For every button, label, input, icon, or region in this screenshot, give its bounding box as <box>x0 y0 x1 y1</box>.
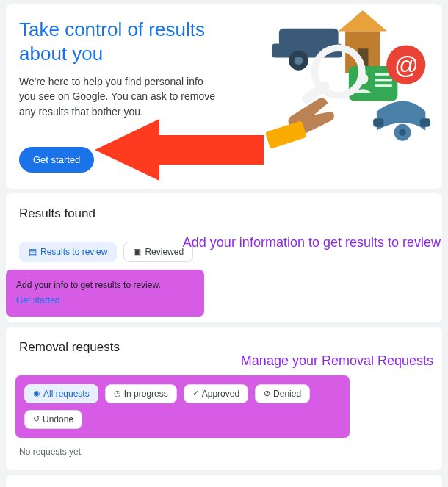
clock-icon: ◷ <box>114 389 121 398</box>
archive-icon: ▣ <box>133 248 141 256</box>
list-icon: ▤ <box>29 248 37 256</box>
hero-title: Take control of results about you <box>19 18 210 65</box>
tab-reviewed-label: Reviewed <box>145 247 184 257</box>
filter-denied-label: Denied <box>273 389 301 399</box>
add-info-get-started-link[interactable]: Get started <box>16 295 59 306</box>
results-annotation: Add your information to get results to r… <box>183 235 441 250</box>
results-found-title: Results found <box>19 206 429 221</box>
hero-illustration: @ <box>261 10 433 150</box>
filter-undone[interactable]: ↺ Undone <box>24 410 82 429</box>
svg-point-15 <box>399 129 406 137</box>
svg-point-6 <box>295 57 303 65</box>
filter-approved[interactable]: ✓ Approved <box>184 384 248 403</box>
filter-all-label: All requests <box>43 389 90 399</box>
svg-marker-0 <box>339 10 388 32</box>
removal-annotation: Manage your Removal Requests <box>241 353 433 369</box>
svg-text:@: @ <box>394 52 418 79</box>
arrow-annotation-icon <box>95 119 264 200</box>
tab-results-to-review-label: Results to review <box>40 247 107 257</box>
svg-marker-21 <box>95 119 264 181</box>
tab-results-to-review[interactable]: ▤ Results to review <box>19 242 117 262</box>
hero-description: We're here to help you find personal inf… <box>19 74 217 119</box>
svg-rect-16 <box>373 118 383 126</box>
add-info-prompt-text: Add your info to get results to review. <box>16 280 194 290</box>
removal-requests-title: Removal requests <box>19 340 429 355</box>
hero-card: Take control of results about you We're … <box>6 4 442 189</box>
filter-in-progress[interactable]: ◷ In progress <box>105 384 177 403</box>
add-info-prompt: Add your info to get results to review. … <box>6 270 204 317</box>
removal-requests-card: Removal requests Manage your Removal Req… <box>6 327 442 470</box>
filter-all-requests[interactable]: ◉ All requests <box>24 384 98 403</box>
filter-undone-label: Undone <box>43 414 73 425</box>
svg-rect-17 <box>420 118 430 126</box>
no-requests-text: No requests yet. <box>19 447 429 457</box>
filter-in-progress-label: In progress <box>124 389 168 399</box>
undo-icon: ↺ <box>33 414 40 424</box>
filter-denied[interactable]: ⊘ Denied <box>255 384 310 403</box>
svg-rect-20 <box>265 120 307 149</box>
results-found-card: Results found ▤ Results to review ▣ Revi… <box>6 193 442 322</box>
check-icon: ✓ <box>192 389 199 398</box>
filter-approved-label: Approved <box>202 389 239 399</box>
how-it-works-card: How it works <box>6 475 442 487</box>
denied-icon: ⊘ <box>264 389 270 398</box>
globe-icon: ◉ <box>33 389 40 398</box>
get-started-button[interactable]: Get started <box>19 147 94 173</box>
removal-filter-highlight: ◉ All requests ◷ In progress ✓ Approved … <box>15 375 350 438</box>
